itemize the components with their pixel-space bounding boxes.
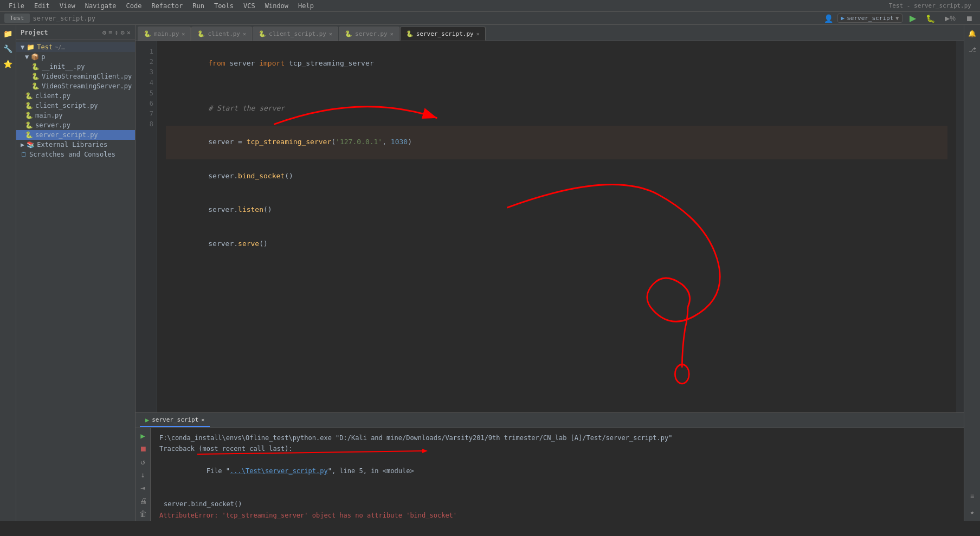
- stop-button[interactable]: ⏹: [963, 13, 976, 24]
- debug-button[interactable]: 🐛: [923, 13, 938, 24]
- tab-client-script[interactable]: 🐍 client_script.py ✕: [253, 27, 338, 41]
- profile-icon[interactable]: 👤: [824, 14, 833, 23]
- bottom-tab-close[interactable]: ✕: [201, 417, 204, 423]
- menu-file[interactable]: File: [4, 1, 29, 11]
- output-command: F:\conda_install\envs\Ofline_test\python…: [159, 432, 955, 443]
- run-config[interactable]: ▶ server_script ▼: [837, 14, 903, 23]
- close-panel-icon[interactable]: ✕: [127, 29, 131, 36]
- project-panel: Project ⚙ ≡ ↕ ⚙ ✕ ▼ 📁 Test ~/… ▼ 📦 p: [16, 25, 136, 521]
- run-button[interactable]: ▶: [907, 12, 919, 24]
- soft-wrap-icon[interactable]: ⇥: [137, 482, 150, 493]
- tree-item-test[interactable]: ▼ 📁 Test ~/…: [16, 42, 135, 52]
- folder-expand-extlib: ▶: [21, 141, 24, 148]
- output-file-post: ", line 5, in <module>: [328, 467, 414, 475]
- tab-bar: 🐍 main.py ✕ 🐍 client.py ✕ 🐍 client_scrip…: [136, 25, 964, 41]
- extlib-icon: 📚: [27, 141, 35, 148]
- bottom-tab-run[interactable]: ▶ server_script ✕: [140, 414, 210, 427]
- clear-icon[interactable]: 🗑: [137, 508, 150, 519]
- output-error: AttributeError: 'tcp_streaming_server' o…: [159, 510, 955, 521]
- output-file-link[interactable]: ...\Test\server_script.py: [230, 467, 328, 475]
- file-tree: ▼ 📁 Test ~/… ▼ 📦 p 🐍 __init__.py 🐍 Video…: [16, 40, 135, 521]
- scroll-output-icon[interactable]: ↓: [137, 469, 150, 480]
- tab-close-server-script[interactable]: ✕: [476, 31, 480, 37]
- code-line-6: server.listen(): [166, 193, 947, 227]
- tree-label-scratches: Scratches and Consoles: [29, 151, 115, 158]
- menu-code[interactable]: Code: [122, 1, 146, 11]
- output-code-line: server.bind_socket(): [159, 499, 955, 509]
- menu-navigate[interactable]: Navigate: [81, 1, 121, 11]
- favorites-icon[interactable]: ⭐: [2, 57, 15, 70]
- title-tab[interactable]: Test: [4, 14, 30, 23]
- code-content[interactable]: from server import tcp_streaming_server …: [157, 41, 956, 412]
- tree-item-main[interactable]: 🐍 main.py: [16, 111, 135, 120]
- code-line-4: server = tcp_streaming_server('127.0.0.1…: [166, 126, 947, 159]
- structure-right-icon[interactable]: ≡: [966, 489, 979, 502]
- tree-item-client-script[interactable]: 🐍 client_script.py: [16, 101, 135, 111]
- tree-item-vsserver[interactable]: 🐍 VideoStreamingServer.py: [16, 81, 135, 91]
- tree-item-init[interactable]: 🐍 __init__.py: [16, 62, 135, 72]
- tree-label-vsserver: VideoStreamingServer.py: [42, 82, 132, 90]
- menu-help[interactable]: Help: [294, 1, 318, 11]
- tree-item-scratches[interactable]: 🗒 Scratches and Consoles: [16, 150, 135, 159]
- python-icon-client: 🐍: [25, 92, 33, 100]
- rerun-icon[interactable]: ↺: [137, 456, 150, 467]
- tab-close-client-script[interactable]: ✕: [329, 31, 332, 37]
- menu-vcs[interactable]: VCS: [239, 1, 260, 11]
- title-file: server_script.py: [33, 15, 96, 22]
- python-icon-server-script: 🐍: [25, 131, 33, 139]
- stop-run-icon[interactable]: ⏹: [137, 443, 150, 454]
- scratches-icon: 🗒: [21, 151, 27, 158]
- editor-scrollbar[interactable]: [956, 41, 964, 412]
- python-icon-vsclient: 🐍: [31, 73, 40, 80]
- folder-icon-test: 📁: [27, 43, 35, 51]
- tab-server-script[interactable]: 🐍 server_script.py ✕: [400, 27, 486, 41]
- menu-refactor[interactable]: Refactor: [147, 1, 187, 11]
- gear-icon[interactable]: ⚙: [102, 29, 106, 36]
- bottom-panel: ▶ server_script ✕ ▶ ⏹ ↺ ↓ ⇥ 🖨 🗑 F:\conda…: [136, 412, 964, 521]
- run-again-icon[interactable]: ▶: [137, 430, 150, 441]
- tree-item-extlib[interactable]: ▶ 📚 External Libraries: [16, 140, 135, 150]
- menu-tools[interactable]: Tools: [210, 1, 238, 11]
- tree-path-test: ~/…: [55, 44, 65, 50]
- python-icon-server: 🐍: [25, 121, 33, 129]
- tree-item-server[interactable]: 🐍 server.py: [16, 120, 135, 130]
- print-icon[interactable]: 🖨: [137, 495, 150, 506]
- code-editor[interactable]: 1 2 3 4 5 6 7 8 from server import tcp_s…: [136, 41, 964, 412]
- code-line-8: [166, 261, 947, 272]
- run-config-dropdown[interactable]: ▼: [895, 15, 899, 21]
- tree-item-vsclient[interactable]: 🐍 VideoStreamingClient.py: [16, 72, 135, 81]
- settings-icon[interactable]: ⚙: [121, 29, 125, 36]
- run-tab-icon: ▶: [145, 416, 149, 424]
- folder-expand-icon: ▼: [21, 43, 24, 51]
- tab-client[interactable]: 🐍 client.py ✕: [191, 27, 252, 41]
- structure-icon[interactable]: 🔧: [2, 42, 15, 55]
- tree-item-client[interactable]: 🐍 client.py: [16, 91, 135, 101]
- line-numbers: 1 2 3 4 5 6 7 8: [136, 41, 157, 412]
- editor-area: 🐍 main.py ✕ 🐍 client.py ✕ 🐍 client_scrip…: [136, 25, 964, 521]
- git-icon[interactable]: ⎇: [966, 43, 979, 56]
- menu-view[interactable]: View: [55, 1, 80, 11]
- output-file-ref: File "...\Test\server_script.py", line 5…: [159, 455, 955, 499]
- tree-label-server-script: server_script.py: [35, 131, 98, 139]
- code-line-5: server.bind_socket(): [166, 159, 947, 193]
- sort-icon[interactable]: ↕: [114, 29, 118, 36]
- tab-close-main[interactable]: ✕: [182, 31, 185, 37]
- project-view-icon[interactable]: 📁: [2, 27, 15, 40]
- tab-close-client[interactable]: ✕: [243, 31, 246, 37]
- run-with-coverage[interactable]: ▶%: [942, 14, 958, 23]
- tree-item-server-script[interactable]: 🐍 server_script.py: [16, 130, 135, 140]
- menu-run[interactable]: Run: [188, 1, 209, 11]
- tab-server[interactable]: 🐍 server.py ✕: [339, 27, 399, 41]
- tree-label-main: main.py: [35, 112, 63, 119]
- favorites-right-icon[interactable]: ★: [966, 506, 979, 519]
- code-line-7: server.serve(): [166, 227, 947, 261]
- tab-close-server[interactable]: ✕: [390, 31, 394, 37]
- notifications-icon[interactable]: 🔔: [966, 27, 979, 40]
- left-sidebar-icons: 📁 🔧 ⭐: [0, 25, 16, 521]
- menu-edit[interactable]: Edit: [30, 1, 54, 11]
- tree-item-p[interactable]: ▼ 📦 p: [16, 52, 135, 62]
- collapse-icon[interactable]: ≡: [108, 29, 112, 36]
- menu-window[interactable]: Window: [261, 1, 293, 11]
- tab-main[interactable]: 🐍 main.py ✕: [138, 27, 191, 41]
- code-line-2: [166, 80, 947, 92]
